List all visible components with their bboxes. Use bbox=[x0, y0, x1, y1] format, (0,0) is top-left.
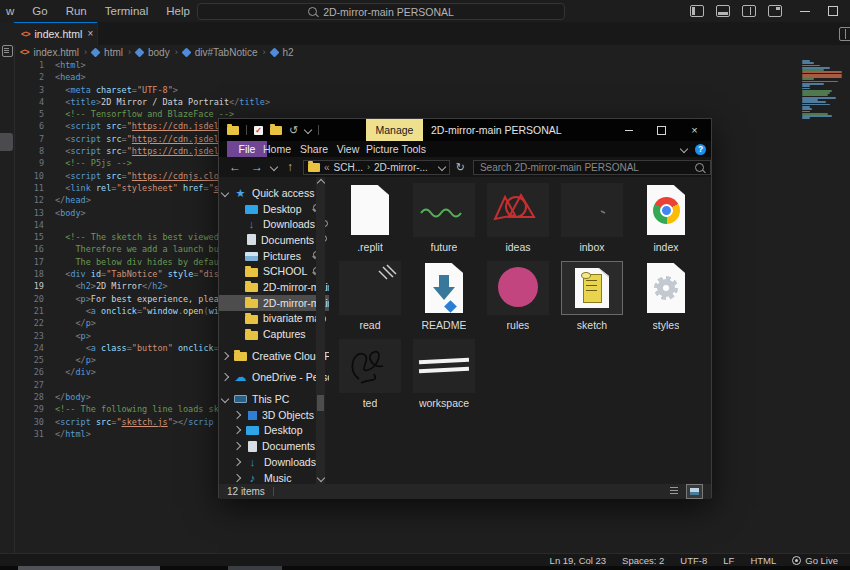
code-line[interactable]: 1<html> bbox=[14, 59, 850, 71]
file-sketch[interactable]: sketch bbox=[555, 261, 629, 339]
menu-item-go[interactable]: Go bbox=[32, 5, 47, 17]
restore-icon[interactable] bbox=[828, 6, 838, 16]
sidebar-item-2d-mirror-main[interactable]: 2D-mirror-main bbox=[219, 279, 329, 295]
sidebar-item-creative-cloud-fil[interactable]: Creative Cloud Fil bbox=[219, 348, 329, 364]
status-item[interactable]: UTF-8 bbox=[680, 555, 707, 566]
scroll-up-icon[interactable] bbox=[317, 179, 325, 187]
go-live-button[interactable]: Go Live bbox=[792, 555, 838, 566]
sidebar-item-downloads[interactable]: ↓Downloads bbox=[219, 216, 329, 232]
code-line[interactable]: 4 <title>2D Mirror / Data Portrait</titl… bbox=[14, 96, 850, 108]
undo-icon[interactable]: ↺ bbox=[289, 125, 298, 135]
customize-layout-icon[interactable] bbox=[768, 5, 782, 17]
ribbon-tab-home[interactable]: Home bbox=[263, 141, 291, 157]
sidebar-item-documents[interactable]: Documents bbox=[219, 232, 329, 248]
chevron-right-icon[interactable] bbox=[233, 473, 241, 481]
chevron-down-icon[interactable] bbox=[221, 395, 229, 403]
ribbon-tab-share[interactable]: Share bbox=[299, 141, 329, 157]
file-replit[interactable]: .replit bbox=[333, 183, 407, 261]
breadcrumb-item[interactable]: html bbox=[104, 47, 123, 58]
breadcrumb-item[interactable]: index.html bbox=[34, 47, 80, 58]
sidebar-item-this-pc[interactable]: This PC bbox=[219, 391, 329, 407]
explorer-close-button[interactable]: × bbox=[678, 119, 711, 141]
menu-item-help[interactable]: Help bbox=[166, 5, 190, 17]
sidebar-item-2d-mirror-main[interactable]: 2D-mirror-main bbox=[219, 295, 329, 311]
sidebar-item-desktop[interactable]: Desktop bbox=[219, 423, 329, 439]
chevron-right-icon[interactable] bbox=[221, 351, 229, 359]
breadcrumb-item[interactable]: body bbox=[148, 47, 170, 58]
explorer-titlebar[interactable]: ✓ ↺ Manage 2D-mirror-main PERSONAL × bbox=[219, 119, 711, 141]
scrollbar-thumb[interactable] bbox=[317, 395, 324, 411]
status-item[interactable]: Spaces: 2 bbox=[622, 555, 664, 566]
notebook-icon[interactable] bbox=[2, 45, 13, 57]
explorer-maximize-button[interactable] bbox=[645, 119, 678, 141]
file-index[interactable]: index bbox=[629, 183, 703, 261]
ribbon-tab-picture-tools[interactable]: Picture Tools bbox=[365, 141, 427, 157]
file-future[interactable]: future bbox=[407, 183, 481, 261]
file-ted[interactable]: ted bbox=[333, 339, 407, 417]
forward-icon[interactable]: → bbox=[251, 160, 263, 174]
command-center-search[interactable]: 2D-mirror-main PERSONAL bbox=[197, 3, 565, 20]
sidebar-item-onedrive-person[interactable]: ☁OneDrive - Person bbox=[219, 370, 329, 386]
crumb-school[interactable]: SCH... bbox=[334, 162, 363, 173]
minimap[interactable] bbox=[802, 60, 848, 120]
status-item[interactable]: HTML bbox=[750, 555, 776, 566]
chevron-right-icon[interactable] bbox=[233, 442, 241, 450]
sidebar-item-documents[interactable]: Documents bbox=[219, 438, 329, 454]
status-item[interactable]: Ln 19, Col 23 bbox=[550, 555, 607, 566]
sidebar-item-captures[interactable]: Captures bbox=[219, 326, 329, 342]
file-workspace[interactable]: workspace bbox=[407, 339, 481, 417]
chevron-right-icon[interactable] bbox=[233, 411, 241, 419]
large-icons-view-icon[interactable] bbox=[686, 484, 703, 499]
sidebar-item-3d-objects[interactable]: 3D Objects bbox=[219, 407, 329, 423]
toggle-sidebar-icon[interactable] bbox=[690, 5, 704, 17]
breadcrumb-item[interactable]: h2 bbox=[283, 47, 294, 58]
up-icon[interactable]: ↑ bbox=[287, 160, 293, 174]
chevron-right-icon[interactable] bbox=[233, 426, 241, 434]
chevron-right-icon[interactable] bbox=[233, 458, 241, 466]
sidebar-item-desktop[interactable]: Desktop bbox=[219, 201, 329, 217]
sidebar-item-music[interactable]: ♪Music bbox=[219, 470, 329, 484]
sidebar-item-bivariate-map[interactable]: bivariate map bbox=[219, 311, 329, 327]
file-styles[interactable]: styles bbox=[629, 261, 703, 339]
file-read[interactable]: read bbox=[333, 261, 407, 339]
scroll-down-icon[interactable] bbox=[317, 474, 325, 482]
tab-close-icon[interactable]: × bbox=[87, 28, 93, 39]
ribbon-tab-view[interactable]: View bbox=[335, 141, 361, 157]
file-readme[interactable]: README bbox=[407, 261, 481, 339]
breadcrumb-item[interactable]: div#TabNotice bbox=[195, 47, 258, 58]
back-icon[interactable]: ← bbox=[229, 160, 241, 174]
explorer-minimize-button[interactable] bbox=[612, 119, 645, 141]
toggle-secondary-sidebar-icon[interactable] bbox=[742, 5, 756, 17]
menu-item-run[interactable]: Run bbox=[66, 5, 87, 17]
file-rules[interactable]: rules bbox=[481, 261, 555, 339]
help-icon[interactable]: ? bbox=[695, 144, 706, 155]
recent-locations-icon[interactable] bbox=[270, 163, 278, 171]
properties-check-icon[interactable]: ✓ bbox=[254, 126, 263, 135]
sidebar-item-school[interactable]: SCHOOL bbox=[219, 263, 329, 279]
chevron-down-icon[interactable] bbox=[221, 189, 229, 197]
menu-item-w[interactable]: w bbox=[6, 5, 14, 17]
sidebar-scrollbar[interactable] bbox=[316, 177, 325, 484]
refresh-icon[interactable]: ↻ bbox=[456, 161, 465, 174]
split-editor-icon[interactable] bbox=[839, 27, 850, 41]
new-folder-icon[interactable] bbox=[270, 126, 282, 135]
ribbon-tab-file[interactable]: File bbox=[227, 141, 267, 157]
details-view-icon[interactable] bbox=[667, 484, 682, 497]
tab-index-html[interactable]: <> index.html × bbox=[14, 22, 98, 45]
address-breadcrumb[interactable]: « SCH... › 2D-mirror-... bbox=[303, 160, 450, 175]
toggle-panel-icon[interactable] bbox=[716, 5, 730, 17]
status-item[interactable]: LF bbox=[723, 555, 734, 566]
code-line[interactable]: 3 <meta charset="UTF-8"> bbox=[14, 84, 850, 96]
crumb-2d-mirror[interactable]: 2D-mirror-... bbox=[374, 162, 428, 173]
explorer-search-input[interactable]: Search 2D-mirror-main PERSONAL bbox=[473, 160, 711, 175]
menu-item-terminal[interactable]: Terminal bbox=[105, 5, 148, 17]
file-ideas[interactable]: ideas bbox=[481, 183, 555, 261]
manage-contextual-tab[interactable]: Manage bbox=[366, 119, 423, 141]
chevron-right-icon[interactable] bbox=[221, 373, 229, 381]
expand-ribbon-icon[interactable] bbox=[680, 145, 688, 153]
chevron-down-icon[interactable] bbox=[304, 126, 312, 134]
sidebar-item-quick-access[interactable]: ★Quick access bbox=[219, 185, 329, 201]
sidebar-item-pictures[interactable]: Pictures bbox=[219, 248, 329, 264]
sidebar-item-downloads[interactable]: ↓Downloads bbox=[219, 454, 329, 470]
minimize-icon[interactable] bbox=[800, 11, 810, 12]
